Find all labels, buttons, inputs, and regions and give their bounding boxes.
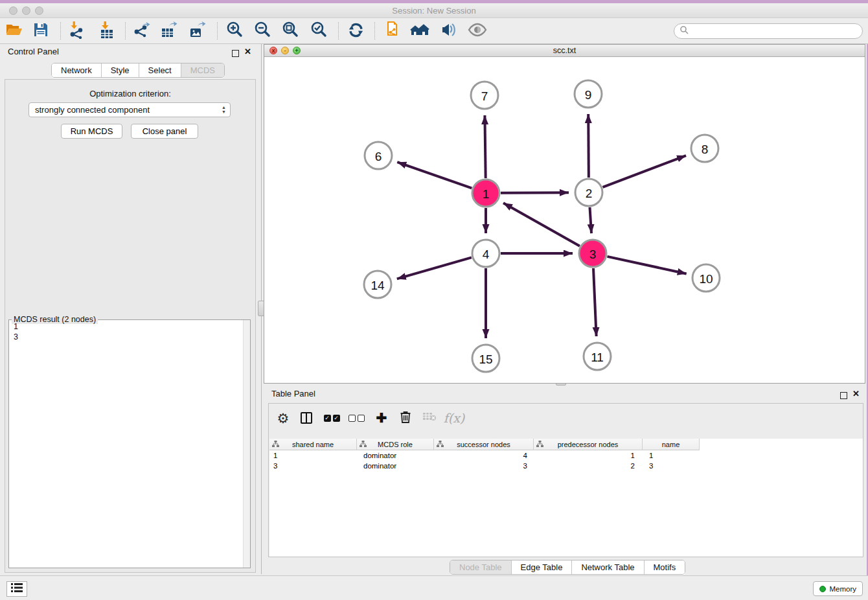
export-image-icon xyxy=(188,21,207,41)
tab-network-table[interactable]: Network Table xyxy=(572,560,644,574)
tab-node-table[interactable]: Node Table xyxy=(450,560,512,574)
window-zoom-button[interactable] xyxy=(35,6,43,15)
graph-edge-2-8[interactable] xyxy=(603,156,687,187)
tab-motifs[interactable]: Motifs xyxy=(645,560,685,574)
export-table-icon xyxy=(160,21,178,41)
zoom-fit-button[interactable] xyxy=(278,19,303,43)
tab-edge-table[interactable]: Edge Table xyxy=(512,560,573,574)
svg-text:6: 6 xyxy=(375,150,382,163)
network-zoom-button[interactable]: + xyxy=(293,47,301,54)
control-panel-close-button[interactable]: ✕ xyxy=(244,47,251,56)
window-minimize-button[interactable] xyxy=(22,6,30,15)
graph-edge-3-1[interactable] xyxy=(503,203,580,246)
open-session-button[interactable] xyxy=(2,19,27,43)
zoom-in-icon xyxy=(225,21,244,41)
window-close-button[interactable] xyxy=(9,6,17,15)
graph-edge-2-9[interactable] xyxy=(588,114,589,178)
export-image-button[interactable] xyxy=(185,19,210,43)
svg-text:1: 1 xyxy=(483,187,490,201)
node-table: shared name MCDS role successor nodes pr… xyxy=(269,439,863,557)
save-session-button[interactable] xyxy=(29,19,53,43)
graph-node-7[interactable]: 7 xyxy=(471,82,498,109)
tab-style[interactable]: Style xyxy=(102,63,139,77)
zoom-out-button[interactable] xyxy=(250,19,275,43)
graph-node-8[interactable]: 8 xyxy=(691,135,718,162)
graph-node-4[interactable]: 4 xyxy=(472,240,499,267)
home-button[interactable] xyxy=(407,19,432,43)
table-row[interactable]: 1dominator411 xyxy=(269,450,863,461)
minimize-icon: - xyxy=(284,48,286,54)
svg-text:9: 9 xyxy=(585,88,592,102)
graph-node-15[interactable]: 15 xyxy=(472,345,499,372)
megaphone-button[interactable] xyxy=(436,19,461,43)
column-header-name[interactable]: name xyxy=(643,439,700,450)
graph-node-2[interactable]: 2 xyxy=(575,179,602,206)
graph-node-9[interactable]: 9 xyxy=(575,80,602,108)
graph-node-3[interactable]: 3 xyxy=(579,240,606,267)
status-bar: Memory xyxy=(0,575,868,600)
column-header-successor-nodes[interactable]: successor nodes xyxy=(434,439,534,450)
mcds-result-item: 3 xyxy=(9,332,242,342)
table-settings-button[interactable]: ⚙ xyxy=(272,407,294,429)
graph-edge-3-10[interactable] xyxy=(607,257,686,274)
column-header-shared-name[interactable]: shared name xyxy=(269,439,357,450)
close-panel-button[interactable]: Close panel xyxy=(131,124,198,139)
column-header-mcds-role[interactable]: MCDS role xyxy=(357,439,434,450)
graph-node-1[interactable]: 1 xyxy=(472,179,499,207)
mcds-result-list[interactable]: 13 xyxy=(9,321,242,342)
graph-edge-1-2[interactable] xyxy=(501,192,569,193)
zoom-in-button[interactable] xyxy=(222,19,247,43)
search-field[interactable] xyxy=(674,23,863,39)
table-panel-float-button[interactable] xyxy=(840,390,847,402)
criterion-select[interactable]: strongly connected component ▲▼ xyxy=(29,102,231,117)
tab-select[interactable]: Select xyxy=(139,63,181,77)
table-panel-close-button[interactable]: ✕ xyxy=(852,389,860,398)
eye-button[interactable] xyxy=(465,19,490,43)
network-canvas[interactable]: 7968124314101511 xyxy=(264,57,865,383)
select-all-rows-button[interactable]: ✓✓ xyxy=(321,407,343,429)
graph-node-6[interactable]: 6 xyxy=(365,142,392,169)
network-view-window: x - + scc.txt 7968124314101511 xyxy=(264,44,865,384)
network-graph[interactable]: 7968124314101511 xyxy=(264,57,865,383)
delete-rows-button[interactable] xyxy=(394,407,417,429)
copy-network-button[interactable] xyxy=(380,19,404,43)
create-column-button[interactable]: ✚ xyxy=(371,407,393,429)
import-network-button[interactable] xyxy=(64,19,89,43)
function-builder-button[interactable]: f(x) xyxy=(443,407,465,429)
column-visibility-button[interactable] xyxy=(295,407,317,429)
table-row[interactable]: 3dominator323 xyxy=(269,461,863,471)
memory-button[interactable]: Memory xyxy=(813,581,863,596)
svg-text:15: 15 xyxy=(479,352,492,366)
graph-edge-4-14[interactable] xyxy=(397,257,472,279)
eye-icon xyxy=(468,23,487,40)
graph-edge-1-7[interactable] xyxy=(485,115,485,178)
run-mcds-button[interactable]: Run MCDS xyxy=(61,124,122,139)
graph-node-11[interactable]: 11 xyxy=(584,343,611,370)
export-table-button[interactable] xyxy=(157,19,181,43)
graph-edge-1-6[interactable] xyxy=(397,162,472,188)
control-panel-float-button[interactable] xyxy=(232,48,239,60)
tab-network[interactable]: Network xyxy=(52,63,102,77)
network-window-titlebar[interactable]: x - + scc.txt xyxy=(264,45,865,57)
graph-edge-3-11[interactable] xyxy=(593,268,597,336)
chevron-updown-icon: ▲▼ xyxy=(222,106,226,114)
zoom-selected-button[interactable] xyxy=(306,19,331,43)
import-table-button[interactable] xyxy=(95,19,119,43)
table-tabs: Node Table Edge Table Network Table Moti… xyxy=(450,560,685,575)
tab-mcds[interactable]: MCDS xyxy=(181,63,224,77)
network-close-button[interactable]: x xyxy=(269,47,277,54)
refresh-button[interactable] xyxy=(343,19,368,43)
delete-column-button[interactable] xyxy=(418,407,440,429)
graph-node-10[interactable]: 10 xyxy=(692,264,720,292)
graph-node-14[interactable]: 14 xyxy=(364,271,391,298)
column-header-predecessor-nodes[interactable]: predecessor nodes xyxy=(534,439,643,450)
search-input[interactable] xyxy=(689,25,862,38)
result-scrollbar[interactable] xyxy=(243,320,250,568)
network-minimize-button[interactable]: - xyxy=(281,47,289,54)
export-network-button[interactable] xyxy=(129,19,154,43)
task-history-button[interactable] xyxy=(6,581,27,597)
table-cell: dominator xyxy=(357,462,434,470)
deselect-all-rows-button[interactable] xyxy=(345,407,367,429)
graph-edge-2-3[interactable] xyxy=(589,207,591,233)
window-titlebar: Session: New Session xyxy=(0,3,868,18)
